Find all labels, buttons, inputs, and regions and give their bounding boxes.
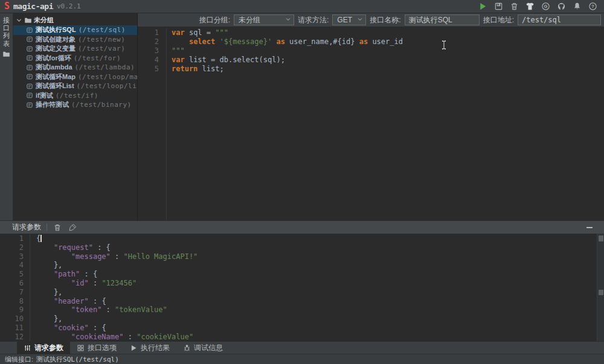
- tree-item-path: (/test/if): [56, 92, 98, 100]
- line-number: 4: [0, 261, 24, 270]
- folder-icon: [24, 16, 32, 24]
- tree-item-path: (/test/var): [78, 45, 125, 53]
- tree-item-5[interactable]: 测试循环Map(/test/loop/map): [13, 72, 137, 82]
- run-icon[interactable]: [478, 1, 488, 11]
- tree-item-name: 操作符测试: [36, 100, 69, 109]
- status-value: 测试执行SQL(/test/sql): [36, 355, 119, 364]
- tab-请求参数[interactable]: 请求参数: [17, 342, 70, 354]
- tree-item-name: 测试lambda: [36, 63, 72, 72]
- tree-item-1[interactable]: 测试创建对象(/test/new): [13, 35, 137, 45]
- code-line[interactable]: "token" : "tokenValue": [36, 305, 198, 315]
- tree-item-path: (/test/lambda): [75, 63, 135, 71]
- code-line[interactable]: select '${message}' as user_name,#{id} a…: [172, 37, 403, 46]
- chevron-down-icon: [357, 16, 363, 24]
- line-number: 6: [0, 279, 24, 288]
- code-line[interactable]: "message" : "Hello MagicAPI!": [36, 252, 198, 261]
- method-label: 请求方法:: [298, 15, 329, 25]
- tree-group-row[interactable]: 未分组: [13, 15, 137, 25]
- editor-column: 接口分组: 未分组 请求方法: GET 接口名称: 接口地址: 12345 va…: [138, 13, 604, 220]
- tab-执行结果[interactable]: 执行结果: [123, 342, 176, 354]
- params-editor-gutter: 123456789101112: [0, 234, 30, 341]
- api-icon: [26, 64, 33, 71]
- tree-item-name: 测试for循环: [36, 54, 71, 63]
- line-number: 12: [0, 333, 24, 342]
- tab-label: 调试信息: [194, 343, 223, 353]
- header-divider: [47, 223, 47, 231]
- api-path-input[interactable]: [518, 14, 601, 25]
- params-icon: [24, 344, 31, 352]
- line-number: 3: [0, 252, 24, 261]
- tree-item-name: if测试: [36, 91, 53, 100]
- group-label: 接口分组:: [199, 15, 230, 25]
- group-select-value: 未分组: [239, 15, 285, 25]
- notification-icon[interactable]: [572, 1, 582, 11]
- method-select[interactable]: GET: [332, 14, 366, 25]
- api-list-vertical-tab[interactable]: 接 口 列 表: [0, 16, 13, 48]
- tree-item-8[interactable]: 操作符测试(/test/binary): [13, 100, 137, 110]
- params-editor-code[interactable]: { "request" : { "message" : "Hello Magic…: [30, 234, 198, 341]
- code-line[interactable]: "request" : {: [36, 243, 198, 252]
- main-area: 接 口 列 表 未分组 测试执行SQL(/test/sql)测试创建对象(/te…: [0, 13, 604, 220]
- line-number: 10: [0, 315, 24, 324]
- theme-icon[interactable]: [525, 1, 535, 11]
- code-line[interactable]: return list;: [172, 65, 403, 74]
- tree-item-path: (/test/sql): [79, 26, 126, 34]
- code-line[interactable]: "header" : {: [36, 297, 198, 306]
- code-line[interactable]: "cookie" : {: [36, 324, 198, 333]
- code-line[interactable]: """: [172, 46, 403, 56]
- tree-item-6[interactable]: 测试循环List(/test/loop/list): [13, 81, 137, 91]
- code-line[interactable]: "id" : "123456": [36, 279, 198, 288]
- code-line[interactable]: },: [36, 288, 198, 297]
- params-scrollbar-thumb[interactable]: [599, 235, 603, 241]
- github-icon[interactable]: [556, 1, 567, 11]
- api-icon: [26, 83, 33, 90]
- params-scrollbar-track[interactable]: [597, 234, 604, 341]
- api-tree-panel: 未分组 测试执行SQL(/test/sql)测试创建对象(/test/new)测…: [13, 13, 138, 220]
- line-number: 5: [0, 270, 24, 279]
- delete-params-icon[interactable]: [53, 223, 62, 232]
- tab-调试信息[interactable]: 调试信息: [176, 342, 230, 354]
- line-number: 11: [0, 324, 24, 333]
- titlebar-icon-group: G?: [478, 1, 598, 11]
- code-line[interactable]: },: [36, 261, 198, 270]
- tree-item-path: (/test/for): [74, 54, 121, 62]
- tab-label: 请求参数: [34, 343, 63, 353]
- tab-接口选项[interactable]: 接口选项: [70, 342, 123, 354]
- code-line[interactable]: {: [36, 234, 198, 243]
- code-line[interactable]: var list = db.select(sql);: [172, 56, 403, 65]
- app-version: v0.2.1: [57, 2, 81, 10]
- params-scrollbar-marker[interactable]: [599, 290, 603, 295]
- code-line[interactable]: },: [36, 315, 198, 324]
- tree-item-name: 测试循环Map: [36, 72, 76, 81]
- format-clean-icon[interactable]: [68, 223, 77, 232]
- status-bar: 编辑接口: 测试执行SQL(/test/sql): [0, 354, 604, 364]
- method-select-value: GET: [337, 16, 357, 24]
- api-icon: [26, 36, 33, 43]
- api-name-input[interactable]: [405, 14, 480, 25]
- code-line[interactable]: "cookieName" : "cookieValue": [36, 333, 198, 342]
- api-icon: [26, 101, 33, 109]
- code-line[interactable]: var sql = """: [172, 28, 403, 37]
- bug-icon: [183, 344, 191, 352]
- request-params-header: 请求参数: [0, 220, 604, 234]
- api-icon: [26, 27, 33, 34]
- group-select[interactable]: 未分组: [234, 14, 294, 25]
- script-editor-gutter: 12345: [138, 28, 167, 220]
- chevron-down-icon: [16, 17, 22, 24]
- tree-item-2[interactable]: 测试定义变量(/test/var): [13, 44, 137, 54]
- svg-text:G: G: [544, 4, 548, 9]
- tree-item-7[interactable]: if测试(/test/if): [13, 91, 137, 101]
- tree-item-4[interactable]: 测试lambda(/test/lambda): [13, 63, 137, 72]
- script-editor-code[interactable]: var sql = """ select '${message}' as use…: [167, 28, 403, 220]
- api-toolbar: 接口分组: 未分组 请求方法: GET 接口名称: 接口地址:: [138, 13, 604, 27]
- delete-icon[interactable]: [509, 1, 519, 11]
- tree-item-3[interactable]: 测试for循环(/test/for): [13, 54, 137, 63]
- tab-label: 接口选项: [88, 343, 117, 353]
- api-icon: [26, 45, 33, 53]
- help-icon[interactable]: ?: [588, 1, 598, 11]
- minimize-panel-icon[interactable]: [586, 224, 593, 231]
- save-icon[interactable]: [493, 1, 504, 11]
- tree-item-0[interactable]: 测试执行SQL(/test/sql): [13, 25, 137, 35]
- gitee-icon[interactable]: G: [541, 1, 551, 11]
- code-line[interactable]: "path" : {: [36, 270, 198, 279]
